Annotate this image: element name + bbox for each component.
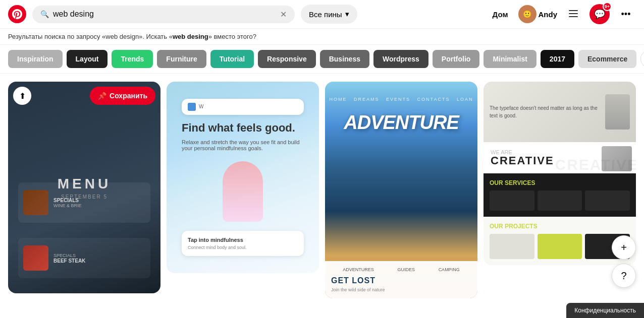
- wellness-illustration: [182, 156, 304, 227]
- user-name: Andy: [539, 10, 558, 19]
- wellness-content: W Find what feels good. Relaxe and stret…: [167, 82, 319, 273]
- header: 🔍 ✕ Все пины ▾ Дом 🙂 Andy 💬 9+ •••: [0, 0, 644, 29]
- upload-icon: ⬆: [19, 91, 26, 101]
- category-chip[interactable]: Minimalist: [484, 50, 536, 68]
- category-chip[interactable]: Responsive: [258, 50, 316, 68]
- category-chip[interactable]: Inspiration: [8, 50, 63, 68]
- fab-add-button[interactable]: +: [612, 235, 636, 260]
- creative-services-title: OUR SERVICES: [490, 179, 630, 186]
- creative-projects-items: [490, 234, 630, 259]
- nav-home[interactable]: Дом: [485, 5, 516, 24]
- category-chip[interactable]: Furniture: [157, 50, 206, 68]
- chevron-down-icon: ▾: [345, 10, 349, 19]
- save-label: Сохранить: [110, 92, 147, 100]
- suggestion-link[interactable]: web desing: [173, 33, 208, 40]
- privacy-bar[interactable]: Конфиденциальность: [566, 303, 644, 306]
- more-icon: •••: [621, 9, 631, 20]
- nav-links: Дом 🙂 Andy: [485, 5, 557, 24]
- category-chip[interactable]: Business: [320, 50, 369, 68]
- category-chip[interactable]: Trends: [112, 50, 153, 68]
- wellness-header: W: [182, 99, 304, 115]
- category-chip[interactable]: 2017: [541, 50, 574, 68]
- upload-button[interactable]: ⬆: [13, 87, 31, 105]
- search-icon: 🔍: [40, 10, 49, 18]
- adventure-nav: HOME DREAMS EVENTS CONTACTS LOAN: [325, 97, 477, 102]
- creative-services-items: [490, 190, 630, 211]
- category-chip[interactable]: Ecommerce: [578, 50, 636, 68]
- filter-button[interactable]: Все пины ▾: [301, 5, 357, 24]
- wellness-sub: Relaxe and stretch the way you see fit a…: [182, 139, 304, 151]
- svg-rect-2: [569, 16, 578, 17]
- pin-icon: 📌: [98, 92, 106, 100]
- fab-help-button[interactable]: ?: [612, 264, 636, 288]
- search-input[interactable]: [53, 10, 276, 19]
- search-suggestion-bar: Результаты поиска по запросу «web design…: [0, 29, 644, 45]
- wellness-bottom: Tap into mindfulness Connect mind body a…: [182, 231, 304, 256]
- category-chip[interactable]: Tutorial: [210, 50, 254, 68]
- creative-we-section: WE ARE CREATIVE CREATIVE: [484, 142, 636, 173]
- creative-bg-text: CREATIVE: [555, 156, 636, 173]
- user-avatar[interactable]: 🙂: [518, 5, 536, 23]
- category-chip[interactable]: Wordpress: [373, 50, 428, 68]
- category-chip[interactable]: Portfolio: [433, 50, 480, 68]
- add-icon: +: [621, 242, 627, 253]
- search-clear-icon[interactable]: ✕: [280, 10, 287, 19]
- pinterest-logo[interactable]: [8, 5, 26, 23]
- adventure-title: ADVENTURE: [344, 112, 458, 134]
- suggestion-text-after: » вместо этого?: [208, 33, 256, 40]
- search-bar: 🔍 ✕: [32, 6, 295, 23]
- creative-services-section: OUR SERVICES: [484, 173, 636, 217]
- suggestion-text-before: Результаты поиска по запросу «web design…: [8, 33, 173, 40]
- avatar-face: 🙂: [523, 10, 531, 18]
- pin-card[interactable]: W Find what feels good. Relaxe and stret…: [167, 82, 319, 273]
- category-bar: InspirationLayoutTrendsFurnitureTutorial…: [0, 45, 644, 74]
- pin-card[interactable]: HOME DREAMS EVENTS CONTACTS LOAN ADVENTU…: [325, 82, 477, 298]
- creative-projects-title: OUR PROJECTS: [490, 223, 630, 230]
- svg-rect-1: [569, 13, 578, 14]
- creative-top: The typeface doesn't need matter as long…: [484, 82, 636, 142]
- more-button[interactable]: •••: [616, 4, 636, 24]
- category-chip[interactable]: Layout: [67, 50, 108, 68]
- fab-area: + ?: [612, 235, 636, 288]
- hamburger-icon: [569, 9, 578, 20]
- svg-rect-0: [569, 10, 578, 11]
- adventure-bottom: ADVENTURESGUIDESCAMPING GET LOST Join th…: [325, 261, 477, 298]
- notification-button[interactable]: 💬 9+: [589, 4, 610, 24]
- save-button[interactable]: 📌 Сохранить: [90, 87, 155, 105]
- speech-bubble-icon: 💬: [594, 9, 605, 20]
- main-content: MENU SEPTEMBER 5 SPECIALS WINE & BRIE SP…: [0, 74, 644, 306]
- wellness-title: Find what feels good.: [182, 121, 304, 136]
- filter-label: Все пины: [309, 10, 342, 19]
- hamburger-button[interactable]: [563, 4, 583, 24]
- pin-hover-overlay: [8, 82, 160, 293]
- notification-badge: 9+: [603, 2, 612, 11]
- help-icon: ?: [621, 270, 626, 282]
- pin-card[interactable]: MENU SEPTEMBER 5 SPECIALS WINE & BRIE SP…: [8, 82, 160, 293]
- category-next-button[interactable]: ›: [640, 50, 644, 68]
